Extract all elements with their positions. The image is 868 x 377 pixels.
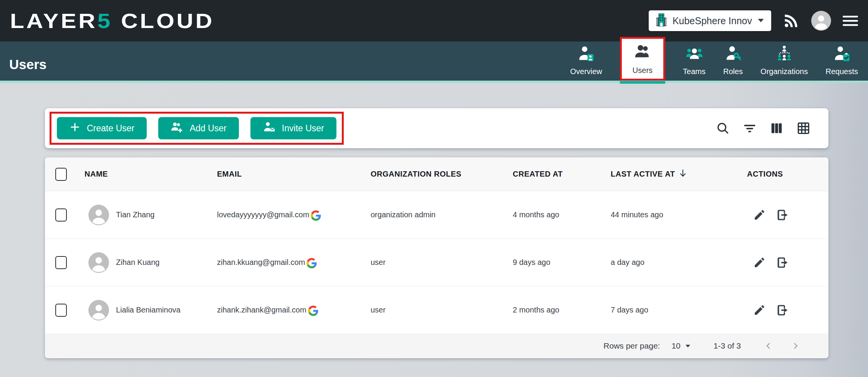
organization-selector[interactable]: KubeSphere Innov <box>649 10 771 31</box>
created-at: 2 months ago <box>505 306 603 314</box>
pagination-range: 1-3 of 3 <box>714 341 741 351</box>
google-icon <box>311 210 321 221</box>
remove-user-icon[interactable] <box>776 208 790 222</box>
organizations-icon <box>775 45 793 64</box>
last-active-at: a day ago <box>603 258 739 267</box>
organization-role: user <box>363 258 505 267</box>
avatar <box>88 300 109 321</box>
table-tools <box>716 121 811 136</box>
col-header-actions: ACTIONS <box>739 170 828 179</box>
grid-icon[interactable] <box>796 121 811 136</box>
created-at: 9 days ago <box>505 258 603 267</box>
layer5-cloud-logo: LAYER5 CLOUD <box>10 9 214 33</box>
chevron-left-icon[interactable] <box>763 341 774 351</box>
user-avatar[interactable] <box>811 11 831 31</box>
avatar-icon <box>811 11 831 31</box>
section-navbar: Users Overview <box>0 41 868 83</box>
logo-accent: 5 <box>97 9 112 32</box>
users-table: NAME EMAIL ORGANIZATION ROLES CREATED AT… <box>45 157 828 358</box>
rows-per-page-select[interactable]: 10 <box>671 341 690 351</box>
chevron-right-icon[interactable] <box>790 341 801 351</box>
filter-icon[interactable] <box>742 121 757 136</box>
tab-roles[interactable]: Roles <box>723 45 743 81</box>
user-email: lovedayyyyyyy@gmail.com <box>217 210 309 219</box>
remove-user-icon[interactable] <box>776 303 790 317</box>
invite-user-label: Invite User <box>282 123 324 134</box>
building-icon <box>656 12 667 29</box>
user-name: Lialia Beniaminova <box>116 306 181 314</box>
logo-suffix: CLOUD <box>113 9 214 32</box>
page-title: Users <box>9 57 46 72</box>
edit-icon[interactable] <box>753 208 766 221</box>
rows-per-page-label: Rows per page: <box>603 341 660 351</box>
header-controls: KubeSphere Innov <box>649 10 858 31</box>
rss-icon[interactable] <box>783 12 800 29</box>
edit-icon[interactable] <box>753 304 766 316</box>
users-toolbar: Create User Add User <box>45 108 828 148</box>
create-user-button[interactable]: Create User <box>57 117 147 139</box>
menu-icon[interactable] <box>843 15 858 27</box>
col-header-name: NAME <box>77 170 209 179</box>
add-user-icon <box>171 121 184 136</box>
created-at: 4 months ago <box>505 210 603 219</box>
user-badge-icon <box>577 45 595 64</box>
row-checkbox[interactable] <box>55 304 67 317</box>
users-icon <box>634 43 651 63</box>
select-all-checkbox[interactable] <box>55 168 67 181</box>
search-icon[interactable] <box>716 121 730 136</box>
create-user-label: Create User <box>87 123 134 134</box>
col-header-email: EMAIL <box>209 170 363 179</box>
tab-requests[interactable]: Requests <box>826 45 858 81</box>
tab-organizations[interactable]: Organizations <box>760 45 808 81</box>
avatar <box>88 252 109 273</box>
sort-down-icon <box>678 168 688 180</box>
user-name: Tian Zhang <box>116 210 154 219</box>
remove-user-icon[interactable] <box>776 256 790 270</box>
tab-teams[interactable]: Teams <box>683 45 706 81</box>
rows-per-page-value: 10 <box>671 341 680 351</box>
invite-user-icon <box>263 121 276 136</box>
app-window: LAYER5 CLOUD <box>0 0 868 377</box>
tab-overview[interactable]: Overview <box>570 45 602 81</box>
nav-tabs: Overview Users <box>570 37 858 81</box>
col-header-created-at: CREATED AT <box>505 170 603 179</box>
add-user-label: Add User <box>190 123 227 134</box>
annotation-box-buttons: Create User Add User <box>50 112 344 145</box>
plus-icon <box>69 121 81 135</box>
table-row: Zihan Kuang zihan.kkuang@gmail.com user … <box>45 239 828 286</box>
col-header-organization-roles: ORGANIZATION ROLES <box>363 170 505 179</box>
logo-prefix: LAYER <box>10 9 97 32</box>
tab-users[interactable]: Users <box>620 37 665 81</box>
col-header-last-active-at[interactable]: LAST ACTIVE AT <box>603 168 739 180</box>
add-user-button[interactable]: Add User <box>158 117 239 139</box>
tab-label: Requests <box>826 67 858 76</box>
requests-icon <box>833 45 851 64</box>
tab-label: Organizations <box>760 67 808 76</box>
table-row: Tian Zhang lovedayyyyyyy@gmail.com organ… <box>45 191 828 239</box>
columns-icon[interactable] <box>769 121 784 136</box>
last-active-at: 7 days ago <box>603 306 739 314</box>
organization-role: user <box>363 306 505 314</box>
last-active-at: 44 minutes ago <box>603 210 739 219</box>
organization-role: organization admin <box>363 210 505 219</box>
google-icon <box>306 258 317 268</box>
tab-label: Teams <box>683 67 706 76</box>
roles-key-icon <box>724 45 742 64</box>
tab-label: Users <box>633 66 653 75</box>
caret-down-icon <box>757 17 764 24</box>
row-checkbox[interactable] <box>55 208 67 222</box>
edit-icon[interactable] <box>753 256 766 269</box>
teams-icon <box>686 45 703 64</box>
user-name: Zihan Kuang <box>116 258 159 267</box>
user-email: zihank.zihank@gmail.com <box>217 306 306 314</box>
invite-user-button[interactable]: Invite User <box>250 117 336 139</box>
table-header-row: NAME EMAIL ORGANIZATION ROLES CREATED AT… <box>45 157 828 191</box>
table-row: Lialia Beniaminova zihank.zihank@gmail.c… <box>45 286 828 334</box>
table-pagination: Rows per page: 10 1-3 of 3 <box>45 334 828 358</box>
google-icon <box>308 306 318 316</box>
top-header: LAYER5 CLOUD <box>0 0 868 41</box>
row-checkbox[interactable] <box>55 256 67 269</box>
avatar <box>88 205 109 225</box>
active-tab-indicator <box>620 81 665 84</box>
tab-label: Overview <box>570 67 602 76</box>
